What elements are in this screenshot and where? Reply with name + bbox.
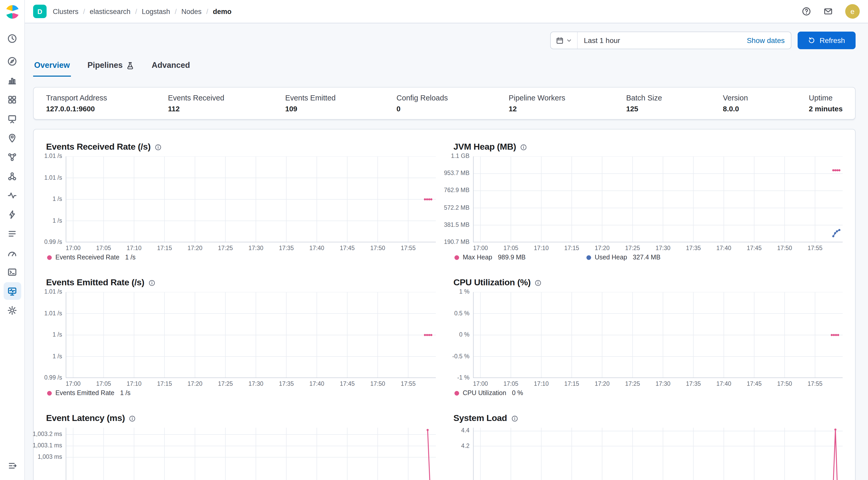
- breadcrumb-separator: /: [175, 7, 177, 15]
- x-axis-label: 17:45: [340, 381, 355, 387]
- nav-graph-button[interactable]: [3, 167, 21, 185]
- help-icon[interactable]: [802, 7, 811, 16]
- stat-label: Config Reloads: [397, 94, 448, 102]
- chart-svg: [473, 156, 843, 242]
- info-icon[interactable]: [149, 279, 155, 286]
- refresh-icon: [808, 37, 815, 44]
- mail-icon[interactable]: [824, 7, 833, 16]
- legend-value: 1 /s: [120, 389, 130, 397]
- nav-machine-learning-button[interactable]: [3, 148, 21, 166]
- chart-svg: [473, 292, 843, 378]
- y-axis-label: 1 %: [459, 289, 469, 295]
- chart-plot-area[interactable]: [473, 428, 843, 480]
- breadcrumb-separator: /: [135, 7, 137, 15]
- stat-label: Uptime: [809, 94, 843, 102]
- x-axis-label: 17:30: [655, 245, 671, 251]
- nav-collapse-button[interactable]: [4, 457, 21, 474]
- y-axis-label: 0.5 %: [454, 310, 469, 316]
- chart-plot-area[interactable]: [473, 156, 843, 242]
- x-axis-labels: 17:0017:0517:1017:1517:2017:2517:3017:35…: [473, 242, 843, 252]
- x-axis-label: 17:05: [96, 245, 111, 251]
- nav-maps-button[interactable]: [3, 129, 21, 147]
- nav-uptime-button[interactable]: [3, 186, 21, 204]
- chart-plot-area[interactable]: [473, 292, 843, 378]
- x-axis-label: 17:45: [340, 245, 355, 251]
- x-axis-label: 17:15: [564, 381, 579, 387]
- x-axis-label: 17:40: [716, 381, 731, 387]
- x-axis-label: 17:40: [309, 245, 324, 251]
- x-axis-label: 17:55: [808, 381, 823, 387]
- breadcrumb-elasticsearch[interactable]: elasticsearch: [90, 7, 131, 15]
- pulse-icon: [7, 190, 17, 200]
- nav-dashboard-button[interactable]: [3, 91, 21, 108]
- avatar[interactable]: e: [845, 4, 860, 19]
- x-axis-labels: 17:0017:0517:1017:1517:2017:2517:3017:35…: [66, 378, 436, 387]
- info-icon[interactable]: [155, 144, 161, 150]
- nodes-icon: [7, 152, 17, 162]
- stat-label: Events Emitted: [285, 94, 336, 102]
- chart-legend: Events Emitted Rate1 /s: [46, 389, 436, 397]
- breadcrumb-clusters[interactable]: Clusters: [53, 7, 79, 15]
- legend-item[interactable]: Max Heap989.9 MB: [455, 254, 586, 261]
- nav-apm-button[interactable]: [3, 206, 21, 223]
- legend-dot-icon: [455, 255, 459, 260]
- breadcrumb-logstash[interactable]: Logstash: [142, 7, 170, 15]
- chart-plot-area[interactable]: [66, 428, 436, 480]
- legend-item[interactable]: Events Emitted Rate1 /s: [47, 389, 179, 397]
- x-axis-label: 17:10: [534, 245, 549, 251]
- legend-item[interactable]: Used Heap327.4 MB: [586, 254, 718, 261]
- chevron-down-icon: [566, 37, 572, 43]
- quick-select-button[interactable]: [551, 32, 578, 49]
- legend-value: 327.4 MB: [633, 254, 660, 261]
- info-icon[interactable]: [535, 279, 541, 286]
- nav-discover-button[interactable]: [3, 52, 21, 70]
- chart-svg: [66, 156, 436, 242]
- nav-management-button[interactable]: [3, 301, 21, 319]
- y-axis-label: 1 /s: [53, 217, 62, 223]
- x-axis-label: 17:50: [777, 381, 792, 387]
- chart-plot-area[interactable]: [66, 292, 436, 378]
- nav-stack-monitoring-button[interactable]: [3, 282, 21, 300]
- stat-value: 12: [509, 104, 565, 113]
- nav-metrics-button[interactable]: [3, 244, 21, 262]
- chart-plot-area[interactable]: [66, 156, 436, 242]
- refresh-button[interactable]: Refresh: [798, 32, 856, 49]
- info-icon[interactable]: [511, 415, 518, 422]
- legend-dot-icon: [586, 255, 591, 260]
- show-dates-link[interactable]: Show dates: [747, 36, 791, 44]
- nav-visualize-button[interactable]: [3, 71, 21, 89]
- chart-title: Events Emitted Rate (/s): [46, 277, 145, 288]
- tab-pipelines[interactable]: Pipelines: [87, 56, 135, 77]
- legend-item[interactable]: CPU Utilization0 %: [455, 389, 586, 397]
- network-icon: [7, 171, 17, 181]
- stat-uptime: Uptime2 minutes: [809, 94, 843, 113]
- y-axis-label: -0.5 %: [453, 353, 470, 359]
- x-axis-label: 17:25: [218, 245, 233, 251]
- nav-logs-button[interactable]: [3, 225, 21, 242]
- x-axis-label: 17:00: [66, 245, 81, 251]
- nav-dev-tools-button[interactable]: [3, 263, 21, 281]
- tab-advanced[interactable]: Advanced: [151, 56, 191, 77]
- nav-recently-viewed-button[interactable]: [3, 30, 21, 47]
- elastic-logo[interactable]: [0, 0, 25, 23]
- tab-overview[interactable]: Overview: [33, 56, 71, 77]
- time-range-value[interactable]: Last 1 hour: [578, 36, 747, 44]
- legend-value: 1 /s: [125, 254, 135, 261]
- chart-header: Event Latency (ms): [46, 413, 436, 424]
- tab-label: Overview: [34, 61, 70, 70]
- nav-canvas-button[interactable]: [3, 110, 21, 127]
- x-axis-label: 17:10: [127, 245, 142, 251]
- chart-title: System Load: [454, 413, 507, 424]
- x-axis-label: 17:10: [127, 381, 142, 387]
- x-axis-label: 17:50: [777, 245, 792, 251]
- info-icon[interactable]: [520, 144, 527, 150]
- space-badge[interactable]: D: [33, 5, 46, 18]
- x-axis-label: 17:40: [309, 381, 324, 387]
- info-icon[interactable]: [129, 415, 136, 422]
- main-content: Last 1 hour Show dates Refresh OverviewP…: [25, 23, 868, 480]
- breadcrumb-nodes[interactable]: Nodes: [181, 7, 202, 15]
- y-axis-labels: 1 %0.5 %0 %-0.5 %-1 %: [454, 292, 473, 378]
- x-axis-label: 17:05: [96, 381, 111, 387]
- x-axis-label: 17:55: [808, 245, 823, 251]
- legend-item[interactable]: Events Received Rate1 /s: [47, 254, 179, 261]
